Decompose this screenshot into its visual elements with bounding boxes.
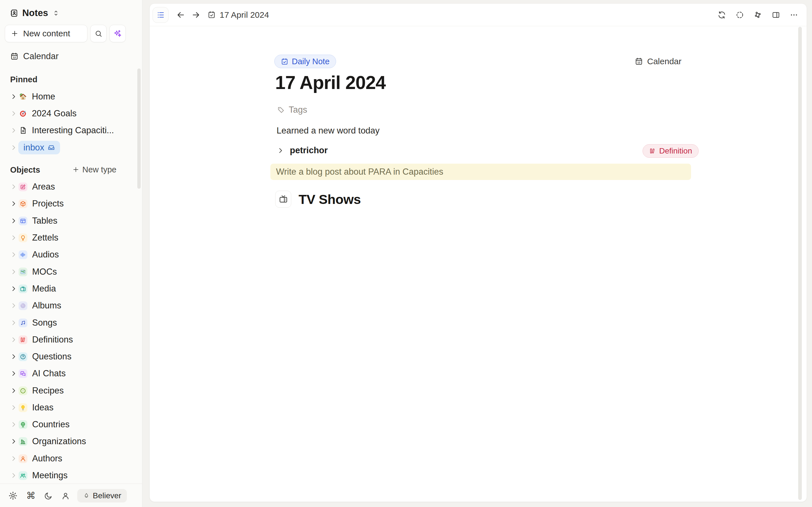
chevron-right-icon[interactable] [10, 370, 17, 377]
sidebar-item-questions[interactable]: Questions [0, 348, 142, 365]
command-shortcuts-icon[interactable]: ⌘ [26, 491, 36, 501]
building-icon [18, 437, 28, 446]
graph-icon[interactable] [754, 11, 762, 19]
tags-field[interactable]: Tags [277, 104, 307, 116]
sidebar-scrollbar[interactable] [137, 68, 141, 189]
object-type-badge[interactable]: Daily Note [274, 55, 336, 68]
chevron-right-icon[interactable] [10, 268, 17, 276]
object-type-label: Daily Note [292, 57, 329, 66]
chevron-right-icon[interactable] [10, 455, 17, 462]
inbox-tray-icon [48, 144, 55, 151]
sidebar-item-tables[interactable]: Tables [0, 212, 142, 229]
sidebar-item-2024-goals[interactable]: 2024 Goals [0, 105, 142, 122]
chevron-right-icon[interactable] [10, 353, 17, 360]
sidebar-item-areas[interactable]: Areas [0, 178, 142, 195]
gear-icon[interactable] [8, 491, 18, 501]
chevron-right-icon[interactable] [10, 144, 17, 151]
moon-icon[interactable] [44, 492, 53, 500]
chevron-right-icon[interactable] [10, 319, 17, 327]
chevron-right-icon[interactable] [10, 200, 17, 207]
sidebar-item-ideas[interactable]: Ideas [0, 399, 142, 416]
side-panel-icon[interactable] [772, 11, 780, 19]
sidebar-item-ai-chats[interactable]: AI Chats [0, 365, 142, 382]
sidebar-item-albums[interactable]: Albums [0, 297, 142, 314]
plan-badge[interactable]: Believer [77, 489, 127, 503]
calendar-link[interactable]: Calendar [635, 55, 681, 68]
sparkle-icon [113, 29, 122, 38]
sidebar-item-countries[interactable]: Countries [0, 416, 142, 433]
tags-placeholder: Tags [289, 105, 307, 115]
question-circle-icon [18, 352, 28, 361]
sidebar-item-songs[interactable]: Songs [0, 314, 142, 331]
lightbulb-icon [18, 233, 28, 242]
calendar-icon [10, 52, 18, 61]
more-options-icon[interactable] [790, 11, 798, 19]
globe-icon [18, 420, 28, 429]
calendar-label: Calendar [23, 51, 59, 61]
chevron-right-icon[interactable] [276, 147, 284, 154]
map-emoji-icon [18, 268, 28, 276]
focus-mode-icon[interactable] [735, 11, 744, 19]
sidebar-item-interesting-capacities[interactable]: Interesting Capaciti... [0, 122, 142, 139]
page-title[interactable]: 17 April 2024 [275, 72, 386, 93]
target-emoji-icon [19, 109, 28, 118]
sidebar-item-definitions[interactable]: Definitions [0, 331, 142, 348]
new-content-button[interactable]: New content [5, 25, 87, 42]
new-type-button[interactable]: New type [72, 161, 116, 178]
sidebar-item-meetings[interactable]: Meetings [0, 467, 142, 484]
sidebar-item-inbox[interactable]: inbox [0, 139, 142, 156]
toolbar: 17 April 2024 [150, 4, 807, 26]
chevron-right-icon[interactable] [10, 127, 17, 134]
search-button[interactable] [90, 25, 107, 42]
sidebar-item-home[interactable]: Home [0, 88, 142, 105]
sidebar-item-projects[interactable]: Projects [0, 195, 142, 212]
sidebar-item-authors[interactable]: Authors [0, 450, 142, 467]
sidebar-item-recipes[interactable]: Recipes [0, 382, 142, 399]
chevron-right-icon[interactable] [10, 404, 17, 411]
tv-shows-section[interactable]: TV Shows [275, 191, 361, 208]
outline-list-button[interactable] [153, 7, 168, 23]
sidebar-item-organizations[interactable]: Organizations [0, 433, 142, 450]
toggle-block-petrichor[interactable]: petrichor [276, 144, 327, 157]
note-paragraph[interactable]: Learned a new word today [276, 124, 379, 137]
sidebar-item-audios[interactable]: Audios [0, 246, 142, 263]
chevron-right-icon[interactable] [10, 93, 17, 100]
main-scrollbar[interactable] [798, 27, 802, 500]
chevron-right-icon[interactable] [10, 251, 17, 258]
chevron-right-icon[interactable] [10, 183, 17, 190]
selector-chevrons-icon[interactable] [52, 9, 60, 17]
sidebar-item-mocs[interactable]: MOCs [0, 263, 142, 280]
chevron-right-icon[interactable] [10, 421, 17, 428]
sidebar-item-media[interactable]: Media [0, 280, 142, 297]
workspace-title: Notes [22, 8, 48, 18]
calendar-check-icon [281, 58, 289, 65]
back-arrow-icon[interactable] [176, 10, 186, 20]
ai-assistant-button[interactable] [109, 25, 126, 42]
sidebar-item-zettels[interactable]: Zettels [0, 229, 142, 246]
highlighted-text-block[interactable]: Write a blog post about PARA in Capaciti… [270, 164, 691, 180]
sidebar-item-calendar[interactable]: Calendar [0, 48, 142, 65]
pinned-section-label: Pinned [10, 75, 38, 84]
workspace-switcher[interactable]: Notes [0, 5, 142, 21]
account-icon[interactable] [61, 492, 70, 500]
chevron-right-icon[interactable] [10, 110, 17, 117]
chevron-right-icon[interactable] [10, 217, 17, 224]
chevron-right-icon[interactable] [10, 472, 17, 479]
chevron-right-icon[interactable] [10, 438, 17, 445]
plus-icon [11, 30, 18, 38]
inbox-pill[interactable]: inbox [18, 141, 60, 154]
chevron-right-icon[interactable] [10, 387, 17, 394]
cookie-icon [18, 386, 28, 395]
sync-icon[interactable] [718, 11, 726, 19]
definition-type-badge[interactable]: Definition [643, 144, 699, 158]
package-icon [18, 200, 28, 208]
chevron-right-icon[interactable] [10, 336, 17, 343]
document-icon [19, 126, 28, 135]
chevron-right-icon[interactable] [10, 234, 17, 241]
new-content-label: New content [23, 29, 70, 38]
toolbar-date[interactable]: 17 April 2024 [207, 10, 269, 20]
tv-icon [18, 284, 28, 293]
chevron-right-icon[interactable] [10, 285, 17, 292]
forward-arrow-icon[interactable] [191, 10, 201, 20]
chevron-right-icon[interactable] [10, 302, 17, 309]
